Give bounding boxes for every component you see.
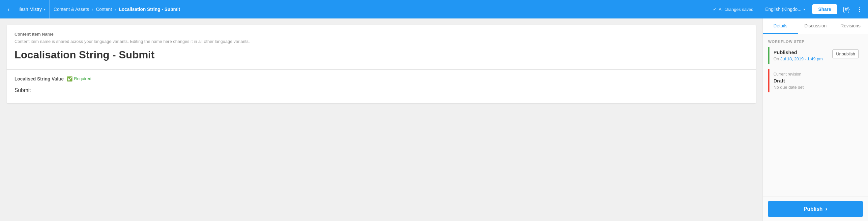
workflow-info: Published On Jul 18, 2019 · 1:49 pm [773,50,823,61]
saved-text: All changes saved [719,7,754,12]
workflow-status: Published [773,50,823,55]
publish-button-wrap: Publish › [763,197,868,221]
content-card: Content Item Name Content item name is s… [7,25,756,103]
language-chevron-icon: ▾ [803,7,805,11]
publish-label: Publish [804,206,823,212]
content-item-name-hint: Content item name is shared across your … [14,38,748,45]
tab-details[interactable]: Details [763,19,798,34]
localised-string-value[interactable]: Submit [14,85,748,95]
workflow-date: On Jul 18, 2019 · 1:49 pm [773,56,823,61]
workflow-section-label: WORKFLOW STEP [768,39,863,44]
share-button[interactable]: Share [812,4,837,14]
unpublish-button[interactable]: Unpublish [832,50,859,58]
revision-due-date: No due date set [773,85,859,90]
panel-content: WORKFLOW STEP Published On Jul 18, 2019 … [763,34,868,197]
workflow-block: Published On Jul 18, 2019 · 1:49 pm Unpu… [768,47,863,64]
tab-revisions[interactable]: Revisions [833,19,868,34]
back-button[interactable]: ‹ [3,3,14,15]
breadcrumb-sep-2: › [115,7,116,12]
more-icon: ⋮ [857,6,862,13]
workflow-date-link[interactable]: Jul 18, 2019 · 1:49 pm [780,56,823,61]
content-area: Content Item Name Content item name is s… [0,19,763,221]
workflow-date-prefix: On [773,56,780,61]
content-item-name-label: Content Item Name [14,32,748,37]
revision-section-label: Current revision [773,72,859,77]
language-selector[interactable]: English (Kingdo... ▾ [761,7,809,12]
more-options-button[interactable]: ⋮ [854,3,865,15]
breadcrumb-content-assets[interactable]: Content & Assets [54,7,89,12]
code-icon: {#} [843,6,850,13]
tab-discussion[interactable]: Discussion [798,19,833,34]
breadcrumb-sep-1: › [92,7,93,12]
breadcrumb-current: Localisation String - Submit [119,7,180,12]
nav-right-actions: English (Kingdo... ▾ Share {#} ⋮ [758,3,868,15]
required-badge: ✅ Required [67,76,91,81]
required-text: Required [74,76,91,81]
content-item-name-section: Content Item Name Content item name is s… [7,25,756,70]
top-navigation: ‹ Ilesh Mistry ▾ Content & Assets › Cont… [0,0,868,19]
revision-block: Current revision Draft No due date set [768,69,863,92]
main-layout: Content Item Name Content item name is s… [0,19,868,221]
breadcrumb: Content & Assets › Content › Localisatio… [50,7,708,12]
save-status: ✓ All changes saved [708,7,759,12]
publish-arrow-icon: › [825,205,827,213]
breadcrumb-content[interactable]: Content [96,7,112,12]
back-icon: ‹ [7,6,9,13]
user-menu[interactable]: Ilesh Mistry ▾ [14,0,50,19]
localised-string-label: Localised String Value [14,76,64,81]
publish-button[interactable]: Publish › [768,201,863,217]
content-title[interactable]: Localisation String - Submit [14,49,748,61]
language-text: English (Kingdo... [765,7,801,12]
code-icon-button[interactable]: {#} [840,3,852,15]
user-chevron-icon: ▾ [44,7,45,11]
right-panel: Details Discussion Revisions WORKFLOW ST… [763,19,868,221]
required-check-icon: ✅ [67,76,72,81]
field-row: Localised String Value ✅ Required [14,76,748,81]
saved-check-icon: ✓ [713,7,717,12]
revision-status: Draft [773,78,859,83]
panel-tabs: Details Discussion Revisions [763,19,868,34]
localised-string-section: Localised String Value ✅ Required Submit [7,70,756,103]
user-name: Ilesh Mistry [19,7,42,12]
